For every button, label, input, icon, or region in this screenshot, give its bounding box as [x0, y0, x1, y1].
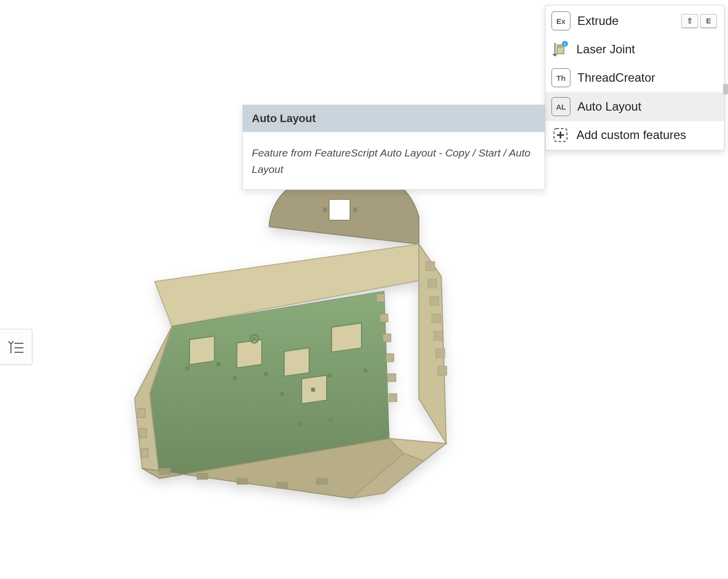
menu-item-label: Add custom features — [576, 128, 717, 142]
scrollbar-thumb[interactable] — [723, 84, 728, 95]
svg-rect-48 — [138, 409, 145, 418]
tooltip-body: Feature from FeatureScript Auto Layout -… — [243, 132, 545, 189]
key-e: E — [700, 14, 717, 28]
extrude-icon: Ex — [551, 11, 570, 30]
svg-rect-20 — [185, 366, 189, 370]
svg-rect-29 — [364, 369, 367, 373]
svg-rect-27 — [329, 418, 333, 422]
svg-rect-39 — [237, 478, 248, 484]
svg-rect-50 — [141, 448, 148, 457]
svg-rect-26 — [298, 422, 302, 426]
svg-rect-22 — [233, 376, 237, 380]
svg-rect-45 — [386, 354, 394, 362]
feature-tooltip: Auto Layout Feature from FeatureScript A… — [242, 105, 545, 190]
svg-text:i: i — [564, 42, 566, 47]
svg-rect-12 — [438, 366, 447, 375]
add-custom-icon — [551, 126, 569, 144]
svg-rect-15 — [189, 336, 214, 365]
svg-rect-0 — [329, 199, 350, 220]
menu-item-auto-layout[interactable]: AL Auto Layout — [546, 92, 724, 121]
list-icon — [7, 339, 24, 354]
key-shift: ⇧ — [681, 14, 698, 28]
svg-rect-6 — [426, 262, 435, 271]
cad-model — [125, 159, 509, 508]
svg-rect-17 — [284, 348, 309, 376]
svg-rect-1 — [323, 207, 327, 212]
svg-rect-7 — [428, 279, 437, 288]
svg-rect-38 — [197, 473, 208, 479]
menu-item-extrude[interactable]: Ex Extrude ⇧ E — [546, 6, 724, 35]
laser-joint-icon: i — [551, 40, 569, 58]
svg-rect-40 — [277, 482, 288, 488]
svg-rect-44 — [383, 334, 391, 342]
menu-item-add-custom-features[interactable]: Add custom features — [546, 121, 724, 149]
svg-rect-37 — [160, 468, 171, 474]
svg-rect-28 — [328, 374, 332, 378]
svg-rect-43 — [380, 314, 388, 322]
svg-rect-42 — [376, 294, 384, 302]
menu-item-laser-joint[interactable]: i Laser Joint — [546, 35, 724, 63]
svg-rect-21 — [216, 362, 220, 366]
feature-list-toggle[interactable] — [0, 329, 32, 365]
svg-marker-4 — [419, 244, 446, 443]
menu-item-shortcut: ⇧ E — [681, 14, 717, 28]
svg-rect-11 — [436, 349, 445, 358]
menu-item-label: Extrude — [577, 14, 674, 28]
menu-item-label: ThreadCreator — [577, 71, 717, 85]
auto-layout-icon: AL — [551, 97, 570, 116]
svg-rect-9 — [432, 314, 441, 323]
svg-rect-25 — [311, 388, 315, 392]
svg-rect-16 — [237, 339, 262, 368]
threadcreator-icon: Th — [551, 68, 570, 87]
tooltip-title: Auto Layout — [243, 105, 545, 132]
svg-rect-19 — [332, 323, 362, 352]
svg-rect-47 — [389, 394, 397, 402]
feature-dropdown-menu: Ex Extrude ⇧ E i Laser Joint Th ThreadCr… — [545, 5, 725, 150]
svg-rect-41 — [317, 478, 328, 484]
svg-rect-24 — [280, 392, 284, 396]
svg-rect-49 — [140, 429, 147, 437]
svg-rect-46 — [388, 374, 396, 382]
svg-rect-23 — [264, 372, 268, 376]
menu-item-threadcreator[interactable]: Th ThreadCreator — [546, 63, 724, 92]
svg-rect-8 — [430, 296, 439, 305]
svg-point-31 — [253, 337, 256, 340]
svg-rect-2 — [353, 207, 357, 212]
menu-item-label: Laser Joint — [576, 42, 717, 56]
svg-rect-10 — [434, 331, 443, 340]
menu-item-label: Auto Layout — [577, 100, 717, 114]
